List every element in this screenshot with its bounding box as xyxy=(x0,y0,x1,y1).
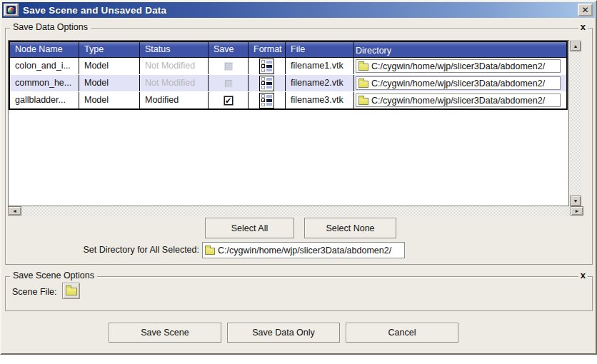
cell-type: Model xyxy=(79,58,140,74)
folder-icon xyxy=(358,98,368,105)
table-row[interactable]: colon_and_i... Model Not Modified ✔ file… xyxy=(10,58,566,75)
directory-button[interactable]: C:/cygwin/home/wjp/slicer3Data/abdomen2/ xyxy=(356,93,561,107)
directory-path: C:/cygwin/home/wjp/slicer3Data/abdomen2/ xyxy=(371,59,545,73)
app-icon-button[interactable] xyxy=(4,4,19,16)
cell-file: filename2.vtk xyxy=(286,75,354,91)
select-all-button[interactable]: Select All xyxy=(205,218,294,238)
directory-path: C:/cygwin/home/wjp/slicer3Data/abdomen2/ xyxy=(371,93,545,107)
cell-node-name: common_he... xyxy=(10,75,79,91)
save-checkbox: ✔ xyxy=(224,79,233,88)
col-header-format[interactable]: Format xyxy=(249,42,286,57)
scene-file-browse-button[interactable] xyxy=(62,283,80,299)
save-data-only-button[interactable]: Save Data Only xyxy=(227,323,340,343)
format-menu-icon[interactable] xyxy=(259,59,274,74)
scene-file-label: Scene File: xyxy=(12,287,57,297)
directory-button[interactable]: C:/cygwin/home/wjp/slicer3Data/abdomen2/ xyxy=(356,59,561,73)
scroll-down-icon[interactable]: ▼ xyxy=(570,196,581,206)
scroll-right-icon[interactable]: ► xyxy=(571,206,583,216)
slicer-logo-icon xyxy=(6,6,16,14)
cancel-button[interactable]: Cancel xyxy=(346,323,458,343)
col-header-save[interactable]: Save xyxy=(209,42,249,57)
cell-save: ✔ xyxy=(209,92,249,108)
cell-format xyxy=(249,75,286,91)
save-scene-button[interactable]: Save Scene xyxy=(109,323,221,343)
directory-button[interactable]: C:/cygwin/home/wjp/slicer3Data/abdomen2/ xyxy=(356,76,561,90)
save-checkbox[interactable]: ✔ xyxy=(224,96,233,105)
scroll-up-icon[interactable]: ▲ xyxy=(570,41,581,51)
cell-format xyxy=(249,58,286,74)
col-header-type[interactable]: Type xyxy=(79,42,140,57)
col-header-file[interactable]: File xyxy=(286,42,354,57)
save-checkbox: ✔ xyxy=(224,62,233,71)
set-directory-button-wrap: C:/cygwin/home/wjp/slicer3Data/abdomen2/ xyxy=(202,242,405,258)
cell-format xyxy=(249,92,286,108)
col-header-directory[interactable]: Directory xyxy=(354,42,562,57)
cell-directory: C:/cygwin/home/wjp/slicer3Data/abdomen2/ xyxy=(354,92,562,108)
horizontal-scroll-track[interactable] xyxy=(21,206,571,216)
collapse-group-icon[interactable]: x xyxy=(578,270,588,280)
cell-node-name: colon_and_i... xyxy=(10,58,79,74)
col-header-status[interactable]: Status xyxy=(140,42,209,57)
cell-status: Not Modified xyxy=(140,58,209,74)
folder-icon xyxy=(205,248,215,255)
format-menu-icon[interactable] xyxy=(259,76,274,91)
cell-file: filename1.vtk xyxy=(286,58,354,74)
collapse-group-icon[interactable]: x xyxy=(578,21,588,32)
table-row[interactable]: gallbladder... Model Modified ✔ filename… xyxy=(10,92,566,108)
close-icon[interactable]: ✕ xyxy=(578,4,593,16)
cell-file: filename3.vtk xyxy=(286,92,354,108)
set-directory-button[interactable]: C:/cygwin/home/wjp/slicer3Data/abdomen2/ xyxy=(202,242,405,258)
cell-node-name: gallbladder... xyxy=(10,92,79,108)
col-header-node-name[interactable]: Node Name xyxy=(10,42,79,57)
save-scene-dialog: Save Scene and Unsaved Data ✕ Save Data … xyxy=(0,0,597,355)
folder-icon xyxy=(358,81,368,88)
set-directory-label: Set Directory for All Selected: xyxy=(1,245,199,255)
set-directory-path: C:/cygwin/home/wjp/slicer3Data/abdomen2/ xyxy=(218,246,391,256)
group-title: Save Scene Options xyxy=(10,271,97,280)
title-bar[interactable]: Save Scene and Unsaved Data ✕ xyxy=(2,2,595,18)
node-table-grid: Node Name Type Status Save Format File D… xyxy=(9,41,568,110)
select-none-button[interactable]: Select None xyxy=(304,218,396,238)
node-table: Node Name Type Status Save Format File D… xyxy=(8,40,569,206)
directory-path: C:/cygwin/home/wjp/slicer3Data/abdomen2/ xyxy=(371,76,545,90)
horizontal-scrollbar[interactable]: ◄ ► xyxy=(8,206,583,216)
cell-type: Model xyxy=(79,92,140,108)
vertical-scrollbar[interactable]: ▲ ▼ xyxy=(570,41,581,206)
vertical-scroll-track[interactable] xyxy=(570,51,581,196)
cell-type: Model xyxy=(79,75,140,91)
group-title: Save Data Options xyxy=(10,22,91,32)
scroll-left-icon[interactable]: ◄ xyxy=(8,206,21,216)
cell-status: Modified xyxy=(140,92,209,108)
folder-icon xyxy=(66,288,77,295)
cell-save: ✔ xyxy=(209,58,249,74)
cell-status: Not Modified xyxy=(140,75,209,91)
format-menu-icon[interactable] xyxy=(259,93,274,108)
cell-directory: C:/cygwin/home/wjp/slicer3Data/abdomen2/ xyxy=(354,58,562,74)
window-title: Save Scene and Unsaved Data xyxy=(23,5,166,16)
cell-save: ✔ xyxy=(209,75,249,91)
table-row[interactable]: common_he... Model Not Modified ✔ filena… xyxy=(10,75,566,92)
cell-directory: C:/cygwin/home/wjp/slicer3Data/abdomen2/ xyxy=(354,75,562,91)
table-header-row: Node Name Type Status Save Format File D… xyxy=(10,42,566,58)
checkmark-icon: ✔ xyxy=(225,97,231,104)
folder-icon xyxy=(358,64,368,71)
save-scene-options-group: Save Scene Options x Scene File: xyxy=(5,276,593,311)
